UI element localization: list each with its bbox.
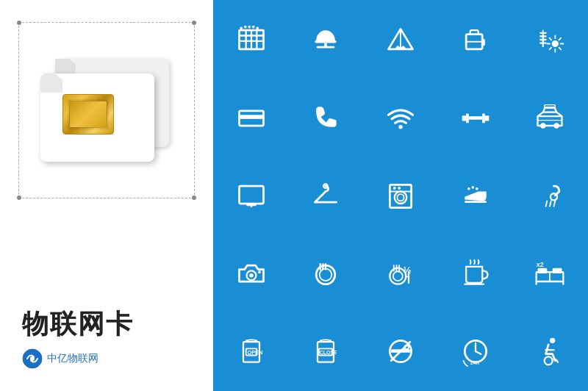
- iron-icon: [459, 179, 492, 212]
- svg-line-33: [559, 38, 562, 40]
- shower-icon-cell[interactable]: [513, 157, 587, 234]
- iron-icon-cell[interactable]: [439, 157, 512, 234]
- coffee-icon-cell[interactable]: [439, 235, 512, 312]
- washing-machine-icon: [384, 179, 417, 212]
- camera-icon-cell[interactable]: [215, 235, 288, 312]
- sim-front: [40, 73, 154, 162]
- hotel-icon: [235, 24, 268, 56]
- svg-rect-87: [553, 268, 562, 273]
- twin-bed-icon: x2: [534, 257, 566, 290]
- svg-point-9: [244, 26, 247, 29]
- svg-text:½: ½: [404, 265, 412, 276]
- svg-point-46: [554, 123, 559, 128]
- svg-point-26: [552, 40, 559, 47]
- svg-rect-59: [465, 201, 486, 203]
- svg-point-55: [397, 194, 404, 201]
- wheelchair-icon: [534, 335, 566, 367]
- hanger-icon: [309, 179, 342, 212]
- shower-icon: [534, 179, 566, 212]
- brand-logo: 中亿物联网: [22, 348, 98, 369]
- brand-section: 物联网卡 中亿物联网: [7, 306, 206, 369]
- brand-name: 中亿物联网: [47, 352, 98, 365]
- svg-point-69: [258, 270, 261, 273]
- open-sign-icon-cell[interactable]: OPEN: [215, 313, 288, 390]
- svg-text:CLOSE: CLOSE: [320, 350, 337, 355]
- svg-rect-43: [468, 116, 481, 120]
- no-smoking-icon: [384, 335, 417, 367]
- svg-point-1: [30, 356, 35, 361]
- svg-point-45: [540, 123, 545, 128]
- left-panel: 物联网卡 中亿物联网: [0, 0, 213, 391]
- product-title: 物联网卡: [22, 306, 134, 342]
- svg-rect-42: [484, 115, 489, 121]
- hanger-icon-cell[interactable]: [290, 157, 363, 234]
- luggage-icon-cell[interactable]: [439, 1, 512, 78]
- svg-rect-20: [482, 39, 485, 46]
- wheelchair-icon-cell[interactable]: [513, 313, 587, 390]
- corner-dot-bl: [17, 196, 21, 200]
- camping-icon: [384, 24, 417, 56]
- icon-grid: ½ x2: [213, 0, 588, 391]
- svg-text:24h: 24h: [470, 359, 479, 366]
- close-sign-icon-cell[interactable]: CLOSE: [290, 313, 363, 390]
- wifi-icon-cell[interactable]: [364, 79, 437, 156]
- dining-icon: [309, 257, 342, 290]
- twin-bed-icon-cell[interactable]: x2: [513, 235, 587, 312]
- restaurant-icon: [309, 24, 342, 56]
- svg-point-68: [249, 273, 254, 278]
- svg-point-102: [550, 338, 555, 343]
- svg-point-11: [252, 26, 255, 29]
- taxi-icon: [534, 101, 566, 134]
- svg-line-31: [550, 38, 552, 40]
- restaurant-icon-cell[interactable]: [290, 1, 363, 78]
- temperature-icon-cell[interactable]: [513, 1, 587, 78]
- svg-point-71: [320, 269, 332, 281]
- camping-icon-cell[interactable]: [364, 1, 437, 78]
- 24h-icon-cell[interactable]: 24h: [439, 313, 512, 390]
- phone-icon: [309, 101, 342, 134]
- svg-rect-37: [239, 115, 263, 119]
- svg-rect-13: [315, 40, 337, 43]
- svg-rect-48: [545, 105, 556, 109]
- svg-text:OPEN: OPEN: [247, 349, 262, 356]
- svg-point-103: [545, 356, 553, 365]
- close-sign-icon: CLOSE: [309, 335, 342, 367]
- svg-rect-40: [466, 114, 469, 123]
- chip-lines: [63, 95, 113, 134]
- gym-icon-cell[interactable]: [439, 79, 512, 156]
- sim-card-container: [18, 22, 195, 198]
- washing-machine-icon-cell[interactable]: [364, 157, 437, 234]
- wifi-icon: [384, 101, 417, 134]
- hotel-icon-cell[interactable]: [215, 1, 288, 78]
- svg-rect-39: [462, 115, 466, 121]
- svg-point-61: [471, 186, 474, 189]
- half-board-icon: ½: [384, 257, 417, 290]
- credit-card-icon: [235, 101, 268, 134]
- gym-icon: [459, 101, 492, 134]
- tv-icon-cell[interactable]: [215, 157, 288, 234]
- svg-line-32: [559, 48, 562, 50]
- credit-card-icon-cell[interactable]: [215, 79, 288, 156]
- svg-point-62: [476, 187, 478, 190]
- luggage-icon: [459, 24, 492, 56]
- no-smoking-icon-cell[interactable]: [364, 313, 437, 390]
- phone-icon-cell[interactable]: [290, 79, 363, 156]
- svg-point-56: [393, 187, 396, 190]
- svg-line-66: [554, 201, 556, 206]
- svg-line-34: [550, 48, 552, 50]
- svg-point-12: [256, 27, 259, 30]
- svg-point-8: [240, 27, 243, 30]
- svg-rect-49: [239, 186, 263, 204]
- svg-line-65: [550, 201, 551, 206]
- taxi-icon-cell[interactable]: [513, 79, 587, 156]
- half-board-icon-cell[interactable]: ½: [364, 235, 437, 312]
- camera-icon: [235, 257, 268, 290]
- svg-line-100: [476, 351, 481, 354]
- svg-rect-86: [538, 268, 548, 273]
- sim-stack: [40, 48, 173, 173]
- svg-point-60: [467, 187, 470, 190]
- temperature-icon: [534, 24, 566, 56]
- dining-icon-cell[interactable]: [290, 235, 363, 312]
- tv-icon: [235, 179, 268, 212]
- svg-point-97: [404, 345, 409, 350]
